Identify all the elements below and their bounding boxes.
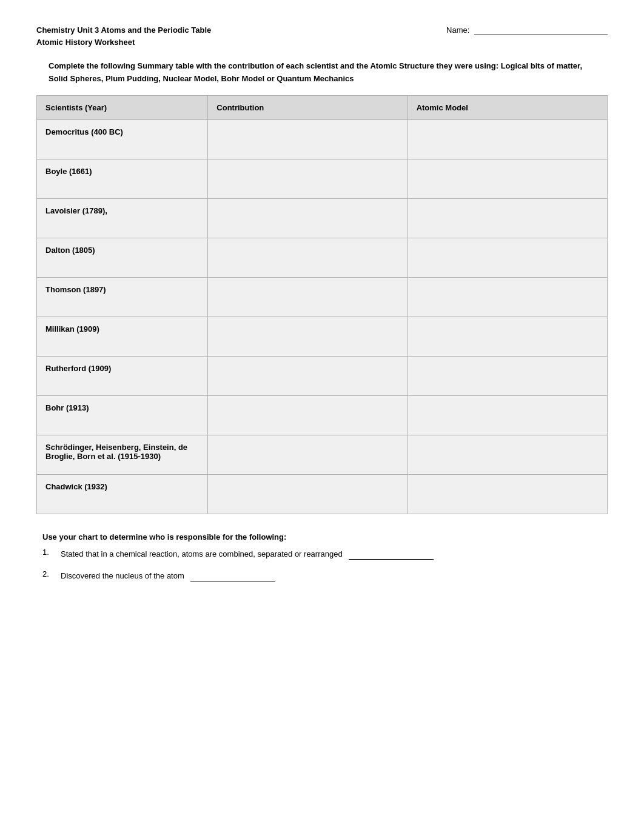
contribution-cell[interactable] — [208, 356, 408, 395]
question-text: Discovered the nucleus of the atom — [61, 569, 602, 582]
answer-line[interactable] — [349, 548, 434, 560]
table-row[interactable]: Millikan (1909) — [37, 317, 608, 356]
name-line[interactable] — [474, 25, 608, 35]
contribution-cell[interactable] — [208, 277, 408, 317]
contribution-cell[interactable] — [208, 474, 408, 514]
contribution-cell[interactable] — [208, 238, 408, 277]
model-cell[interactable] — [408, 119, 607, 159]
contribution-cell[interactable] — [208, 395, 408, 435]
table-header-row: Scientists (Year) Contribution Atomic Mo… — [37, 95, 608, 119]
table-row[interactable]: Schrödinger, Heisenberg, Einstein, de Br… — [37, 435, 608, 474]
model-cell[interactable] — [408, 356, 607, 395]
scientist-cell: Millikan (1909) — [37, 317, 208, 356]
scientist-cell: Schrödinger, Heisenberg, Einstein, de Br… — [37, 435, 208, 474]
scientist-cell: Democritus (400 BC) — [37, 119, 208, 159]
model-cell[interactable] — [408, 395, 607, 435]
title-line1: Chemistry Unit 3 Atoms and the Periodic … — [36, 24, 211, 36]
model-cell[interactable] — [408, 198, 607, 238]
question-text: Stated that in a chemical reaction, atom… — [61, 548, 602, 560]
scientist-cell: Dalton (1805) — [37, 238, 208, 277]
question-item: 1.Stated that in a chemical reaction, at… — [42, 548, 602, 560]
question-number: 1. — [42, 548, 61, 557]
scientist-cell: Rutherford (1909) — [37, 356, 208, 395]
header-left: Chemistry Unit 3 Atoms and the Periodic … — [36, 24, 211, 48]
scientist-cell: Bohr (1913) — [37, 395, 208, 435]
table-row[interactable]: Dalton (1805) — [37, 238, 608, 277]
contribution-cell[interactable] — [208, 119, 408, 159]
instructions-text: Complete the following Summary table wit… — [49, 61, 582, 83]
summary-table: Scientists (Year) Contribution Atomic Mo… — [36, 95, 608, 514]
question-item: 2.Discovered the nucleus of the atom — [42, 569, 602, 582]
table-row[interactable]: Bohr (1913) — [37, 395, 608, 435]
table-row[interactable]: Lavoisier (1789), — [37, 198, 608, 238]
header-right: Name: — [446, 24, 608, 35]
scientist-cell: Chadwick (1932) — [37, 474, 208, 514]
scientist-cell: Boyle (1661) — [37, 159, 208, 198]
model-cell[interactable] — [408, 277, 607, 317]
header-section: Chemistry Unit 3 Atoms and the Periodic … — [36, 24, 608, 48]
col-header-model: Atomic Model — [408, 95, 607, 119]
model-cell[interactable] — [408, 159, 607, 198]
contribution-cell[interactable] — [208, 317, 408, 356]
contribution-cell[interactable] — [208, 435, 408, 474]
answer-line[interactable] — [190, 569, 275, 582]
table-row[interactable]: Thomson (1897) — [37, 277, 608, 317]
table-row[interactable]: Democritus (400 BC) — [37, 119, 608, 159]
model-cell[interactable] — [408, 474, 607, 514]
col-header-contribution: Contribution — [208, 95, 408, 119]
questions-title: Use your chart to determine who is respo… — [42, 532, 602, 542]
model-cell[interactable] — [408, 238, 607, 277]
table-row[interactable]: Boyle (1661) — [37, 159, 608, 198]
col-header-scientist: Scientists (Year) — [37, 95, 208, 119]
contribution-cell[interactable] — [208, 159, 408, 198]
scientist-cell: Thomson (1897) — [37, 277, 208, 317]
table-row[interactable]: Chadwick (1932) — [37, 474, 608, 514]
question-number: 2. — [42, 569, 61, 578]
contribution-cell[interactable] — [208, 198, 408, 238]
questions-section: Use your chart to determine who is respo… — [36, 532, 608, 582]
title-line2: Atomic History Worksheet — [36, 36, 211, 49]
name-label: Name: — [446, 25, 472, 35]
model-cell[interactable] — [408, 317, 607, 356]
table-row[interactable]: Rutherford (1909) — [37, 356, 608, 395]
model-cell[interactable] — [408, 435, 607, 474]
instructions: Complete the following Summary table wit… — [49, 60, 595, 86]
scientist-cell: Lavoisier (1789), — [37, 198, 208, 238]
